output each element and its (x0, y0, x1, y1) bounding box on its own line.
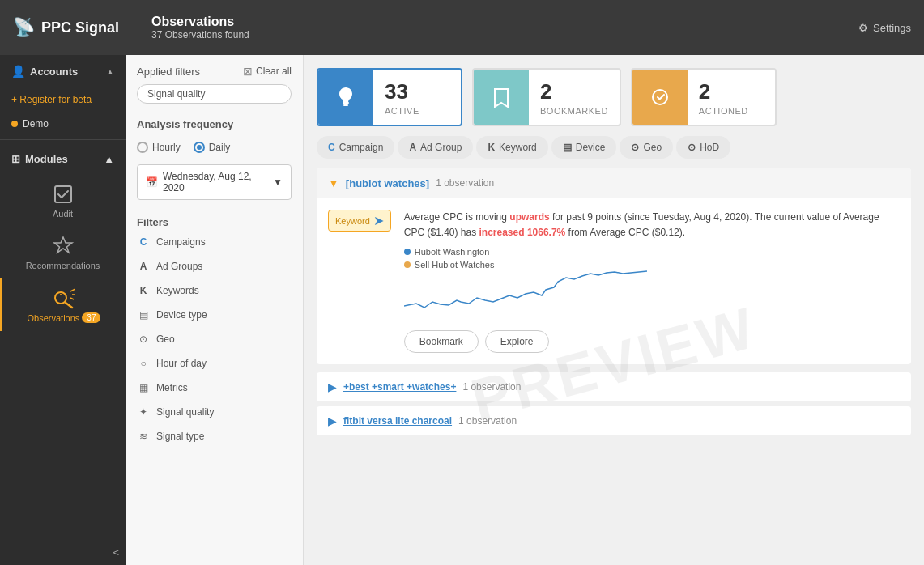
signal-type-label: Signal type (156, 431, 204, 442)
page-subtitle: 37 Observations found (151, 29, 249, 40)
daily-label: Daily (209, 142, 231, 153)
sidebar-accounts-header[interactable]: 👤 Accounts ▲ (0, 55, 126, 87)
hourly-radio-circle (137, 142, 148, 153)
signal-type-icon: ≋ (137, 431, 150, 442)
active-icon-box (318, 70, 373, 125)
tab-geo[interactable]: ⊙ Geo (620, 136, 673, 159)
obs-count-3: 1 observation (458, 415, 517, 427)
obs-legend: Hubolt Washington Sell Hublot Watches (404, 247, 900, 270)
explore-button[interactable]: Explore (485, 330, 549, 353)
filter-ad-groups[interactable]: A Ad Groups (126, 254, 303, 278)
actioned-label: Actioned (699, 106, 748, 116)
logo-text: PPC Signal (41, 19, 119, 36)
sidebar-demo-item[interactable]: Demo (0, 112, 126, 136)
signal-quality-tag: Signal quality (137, 84, 292, 104)
hourly-radio[interactable]: Hourly (137, 142, 181, 153)
ad-group-tab-label: Ad Group (420, 142, 462, 153)
observations-list: ▼ [hublot watches] 1 observation Keyword… (304, 162, 924, 565)
sidebar-register-button[interactable]: Register for beta (0, 87, 126, 112)
filter-geo[interactable]: ⊙ Geo (126, 327, 303, 351)
chevron-up-icon-2: ▲ (104, 153, 114, 165)
main-layout: 👤 Accounts ▲ Register for beta Demo ⊞ Mo… (0, 55, 924, 565)
svg-point-3 (60, 294, 62, 295)
obs-change: increased 1066.7% (479, 227, 566, 238)
modules-label: Modules (25, 153, 68, 165)
filter-metrics[interactable]: ▦ Metrics (126, 376, 303, 400)
clear-all-button[interactable]: ⊠ Clear all (243, 65, 292, 78)
svg-marker-1 (54, 237, 72, 253)
recommendations-label: Recommendations (26, 261, 100, 270)
filter-keywords[interactable]: K Keywords (126, 278, 303, 303)
actioned-count: 2 (699, 79, 748, 104)
sidebar-divider (0, 139, 126, 140)
device-tab-label: Device (576, 142, 606, 153)
observation-1: ▼ [hublot watches] 1 observation Keyword… (317, 168, 911, 364)
lightbulb-icon (333, 84, 359, 110)
obs-direction: upwards (509, 211, 549, 223)
ad-groups-icon: A (137, 261, 150, 272)
obs-link-1[interactable]: [hublot watches] (346, 177, 429, 189)
arrow-icon: ➤ (373, 213, 384, 228)
analysis-frequency-label: Analysis frequency (126, 112, 303, 137)
content-wrapper: PREVIEW ▼ [hublot watches] 1 observation… (304, 162, 924, 565)
bookmark-button[interactable]: Bookmark (404, 330, 479, 353)
observations-icon (53, 287, 75, 309)
sidebar-item-audit[interactable]: Audit (0, 175, 126, 227)
obs-link-3[interactable]: fitbit versa lite charcoal (343, 415, 452, 427)
hod-tab-icon: ⊙ (688, 142, 696, 153)
keyword-tab-label: Keyword (499, 142, 537, 153)
date-value: Wednesday, Aug 12, 2020 (163, 171, 273, 193)
tab-ad-group[interactable]: A Ad Group (398, 136, 473, 159)
settings-button[interactable]: ⚙ Settings (858, 22, 911, 34)
filter-campaigns[interactable]: C Campaigns (126, 230, 303, 254)
daily-radio[interactable]: Daily (194, 142, 231, 153)
obs-link-2[interactable]: +best +smart +watches+ (343, 381, 456, 393)
sidebar-accounts-label: Accounts (30, 66, 78, 78)
bookmarked-stat-card[interactable]: 2 Bookmarked (472, 68, 621, 126)
stats-row: 33 Active 2 Bookmarked (304, 55, 924, 126)
obs-toggle-1[interactable]: ▼ (328, 176, 339, 189)
campaigns-label: Campaigns (156, 236, 206, 248)
geo-label: Geo (156, 333, 175, 345)
svg-line-4 (66, 303, 72, 308)
campaigns-icon: C (137, 236, 150, 248)
sidebar-item-observations[interactable]: Observations 37 (0, 278, 126, 331)
audit-label: Audit (53, 209, 73, 219)
observation-3: ▶ fitbit versa lite charcoal 1 observati… (317, 406, 911, 435)
tab-hod[interactable]: ⊙ HoD (676, 136, 730, 159)
topbar-left: 📡 PPC Signal Observations 37 Observation… (13, 15, 249, 40)
geo-tab-icon: ⊙ (631, 142, 639, 153)
obs-text-final: from Average CPC ($0.12). (568, 227, 686, 238)
filter-signal-quality[interactable]: ✦ Signal quality (126, 400, 303, 424)
svg-rect-9 (343, 104, 348, 106)
logo-icon: 📡 (13, 17, 35, 38)
sidebar-item-recommendations[interactable]: Recommendations (0, 227, 126, 278)
active-stat-card[interactable]: 33 Active (317, 68, 462, 126)
svg-line-7 (70, 298, 74, 299)
user-icon: 👤 (11, 65, 25, 78)
legend-c-label: Hubolt Washington (415, 247, 490, 257)
tab-device[interactable]: ▤ Device (551, 136, 617, 159)
calendar-icon: 📅 (146, 176, 158, 188)
settings-icon: ⚙ (858, 22, 868, 34)
obs-toggle-2[interactable]: ▶ (328, 380, 337, 393)
keywords-icon: K (137, 285, 150, 296)
actioned-stat-card[interactable]: 2 Actioned (631, 68, 777, 126)
obs-toggle-3[interactable]: ▶ (328, 414, 337, 427)
filter-hour-of-day[interactable]: ○ Hour of day (126, 351, 303, 376)
sidebar-collapse-button[interactable]: < (0, 540, 126, 565)
obs-buttons-1: Bookmark Explore (404, 330, 900, 353)
bookmark-icon (488, 84, 514, 110)
date-picker[interactable]: 📅 Wednesday, Aug 12, 2020 ▼ (137, 164, 292, 200)
hourly-label: Hourly (152, 142, 181, 153)
tab-keyword[interactable]: K Keyword (476, 136, 547, 159)
sidebar-modules-header[interactable]: ⊞ Modules ▲ (0, 143, 126, 175)
logo-area: 📡 PPC Signal (13, 17, 138, 38)
geo-icon: ⊙ (137, 333, 150, 345)
audit-icon (52, 183, 75, 206)
tab-campaign[interactable]: C Campaign (317, 136, 394, 159)
filter-device-type[interactable]: ▤ Device type (126, 303, 303, 327)
legend-dot-c (404, 249, 411, 255)
legend-dot-a (404, 261, 411, 268)
filter-signal-type[interactable]: ≋ Signal type (126, 424, 303, 448)
